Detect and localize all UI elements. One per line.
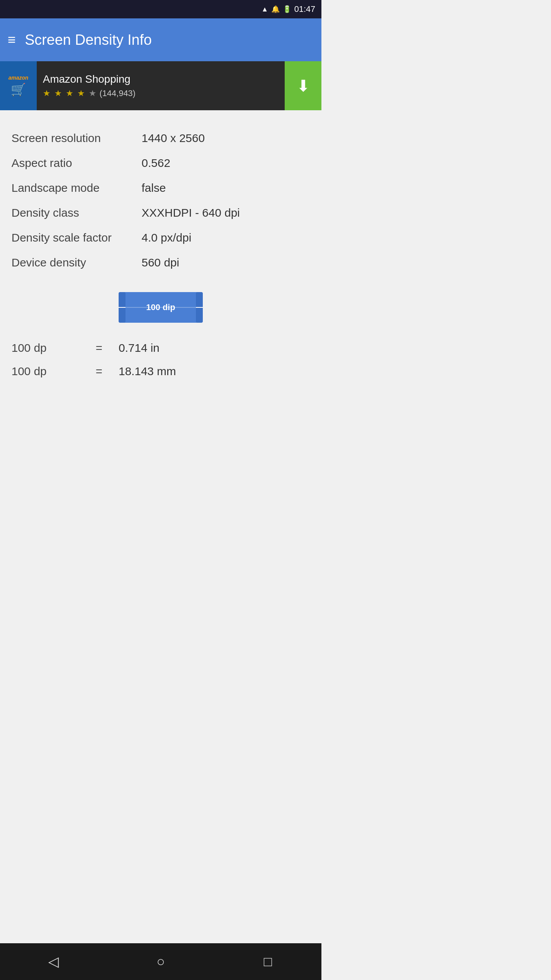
density-class-value: XXXHDPI - 640 dpi [142,204,240,221]
star-1: ★ [43,88,51,98]
device-density-row: Device density 560 dpi [11,250,310,275]
density-scale-label: Density scale factor [11,229,142,246]
star-2: ★ [54,88,63,98]
landscape-mode-row: Landscape mode false [11,175,310,200]
star-5: ★ [89,88,96,98]
wifi-icon: ▲ [261,5,268,13]
resolution-row: Screen resolution 551 x 980 [11,126,310,150]
eq-mm: = [96,363,119,380]
ad-app-icon: amazon 🛒 [0,61,37,110]
eq-inches: = [96,339,119,356]
info-table: Screen resolution 551 x 980 Aspect rat… [11,126,310,275]
star-3: ★ [66,88,74,98]
inches-value: 0.714 in [119,339,160,356]
amazon-cart-icon: 🛒 [11,82,26,97]
ad-app-name: Amazon Shopping [43,73,279,85]
inches-conversion-row: 100 dp = 0.714 in [11,336,310,359]
ad-banner: amazon 🛒 Amazon Shopping ★ ★ ★ ★ ★ (144,… [0,61,321,110]
device-density-label: Device density [11,254,142,271]
aspect-ratio-row: Aspect ratio 0.562 [11,150,310,175]
app-bar: ≡ Screen Density Info [0,18,321,61]
density-class-label: Density class [11,204,142,221]
density-class-row: Density class XXXHDPI - 640 dpi [11,200,310,225]
main-content: Screen resolution 551 x 980 Aspect rat… [0,110,321,406]
battery-icon: 🔋 [283,5,291,13]
menu-icon[interactable]: ≡ [8,33,16,47]
app-title: Screen Density Info [25,32,152,48]
mm-value: 18.143 mm [119,363,176,380]
aspect-ratio-value: 0.562 [142,154,170,172]
status-time: 01:47 [294,4,315,14]
mm-conversion-row: 100 dp = 18.143 mm [11,359,310,383]
resolution-value: 551 x 980 [142,129,205,147]
ruler-svg: 100 dip [115,290,207,325]
ad-info: Amazon Shopping ★ ★ ★ ★ ★ (144,943) [37,69,285,103]
resolution-label: Screen resolution [11,129,142,147]
notification-icon: 🔔 [271,5,280,13]
ad-download-button[interactable]: ⬇ [285,61,321,110]
ad-rating: ★ ★ ★ ★ ★ (144,943) [43,88,279,98]
landscape-mode-value: false [142,179,166,196]
status-bar-right: ▲ 🔔 🔋 01:47 [261,4,315,14]
svg-text:100 dip: 100 dip [146,302,175,312]
download-icon: ⬇ [297,77,310,95]
landscape-mode-label: Landscape mode [11,179,142,196]
ruler-diagram-container: 100 dip [11,290,310,325]
amazon-logo-text: amazon [8,75,28,81]
status-bar: ▲ 🔔 🔋 01:47 [0,0,321,18]
density-scale-row: Density scale factor 4.0 px/dpi [11,225,310,250]
dp-label-inches: 100 dp [11,339,96,356]
ad-review-count: (144,943) [99,88,135,98]
star-4: ★ [77,88,86,98]
conversion-rows: 100 dp = 0.714 in 100 dp = 18.143 mm [11,336,310,383]
aspect-ratio-label: Aspect ratio [11,154,142,172]
device-density-value: 560 dpi [142,254,179,271]
dp-label-mm: 100 dp [11,363,96,380]
density-scale-value: 4.0 px/dpi [142,229,191,246]
